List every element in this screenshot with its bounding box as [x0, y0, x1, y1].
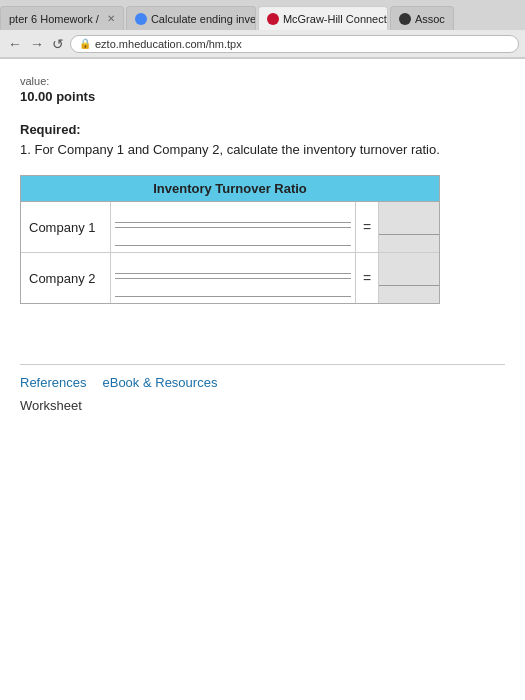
tab-chapter6[interactable]: pter 6 Homework / ✕ — [0, 6, 124, 30]
forward-button[interactable]: → — [28, 36, 46, 52]
company2-numerator-row — [115, 258, 351, 276]
company2-equals: = — [355, 253, 379, 303]
back-button[interactable]: ← — [6, 36, 24, 52]
lock-icon: 🔒 — [79, 38, 91, 49]
page-content: value: 10.00 points Required: 1. For Com… — [0, 59, 525, 700]
company2-result-input[interactable] — [379, 271, 439, 286]
company2-calc-area — [115, 256, 351, 301]
tab-bar: pter 6 Homework / ✕ Calculate ending inv… — [0, 0, 525, 30]
tab-icon — [399, 13, 411, 25]
company2-denominator-input[interactable] — [115, 282, 351, 297]
tab-close-icon[interactable]: ✕ — [107, 13, 115, 24]
company1-label: Company 1 — [21, 202, 111, 252]
points-value: 10.00 points — [20, 89, 505, 104]
company1-calc-area — [115, 205, 351, 250]
table-header: Inventory Turnover Ratio — [21, 176, 439, 202]
tab-label: Calculate ending inver — [151, 13, 256, 25]
company2-numerator-input[interactable] — [115, 259, 351, 274]
company1-equals: = — [355, 202, 379, 252]
browser-chrome: pter 6 Homework / ✕ Calculate ending inv… — [0, 0, 525, 59]
tab-mcgraw[interactable]: McGraw-Hill Connect | ✕ — [258, 6, 388, 30]
company2-result — [379, 253, 439, 303]
divider — [115, 278, 351, 279]
link-row: References eBook & Resources — [20, 375, 505, 390]
company1-result-input[interactable] — [379, 220, 439, 235]
tab-label: McGraw-Hill Connect | — [283, 13, 388, 25]
google-icon — [135, 13, 147, 25]
mcgraw-icon — [267, 13, 279, 25]
required-label: Required: — [20, 122, 505, 137]
company1-input-group — [111, 202, 355, 252]
tab-label: Assoc — [415, 13, 445, 25]
value-label: value: — [20, 75, 505, 87]
refresh-button[interactable]: ↺ — [50, 36, 66, 52]
url-text: ezto.mheducation.com/hm.tpx — [95, 38, 242, 50]
company1-denominator-row — [115, 230, 351, 248]
table-row: Company 1 = — [21, 202, 439, 253]
table-row: Company 2 = — [21, 253, 439, 303]
ebook-link[interactable]: eBook & Resources — [102, 375, 217, 390]
company2-denominator-row — [115, 281, 351, 299]
company2-label: Company 2 — [21, 253, 111, 303]
tab-label: pter 6 Homework / — [9, 13, 99, 25]
company1-numerator-row — [115, 207, 351, 225]
company1-denominator-input[interactable] — [115, 231, 351, 246]
address-bar: ← → ↺ 🔒 ezto.mheducation.com/hm.tpx — [0, 30, 525, 58]
references-link[interactable]: References — [20, 375, 86, 390]
company1-numerator-input[interactable] — [115, 208, 351, 223]
divider — [115, 227, 351, 228]
bottom-links: References eBook & Resources Worksheet — [20, 364, 505, 413]
tab-assoc[interactable]: Assoc — [390, 6, 454, 30]
company1-result — [379, 202, 439, 252]
worksheet-label: Worksheet — [20, 398, 505, 413]
inventory-table: Inventory Turnover Ratio Company 1 = — [20, 175, 440, 304]
required-section: Required: 1. For Company 1 and Company 2… — [20, 122, 505, 159]
company2-input-group — [111, 253, 355, 303]
url-bar[interactable]: 🔒 ezto.mheducation.com/hm.tpx — [70, 35, 519, 53]
instruction-text: 1. For Company 1 and Company 2, calculat… — [20, 141, 505, 159]
tab-calculate[interactable]: Calculate ending inver ✕ — [126, 6, 256, 30]
